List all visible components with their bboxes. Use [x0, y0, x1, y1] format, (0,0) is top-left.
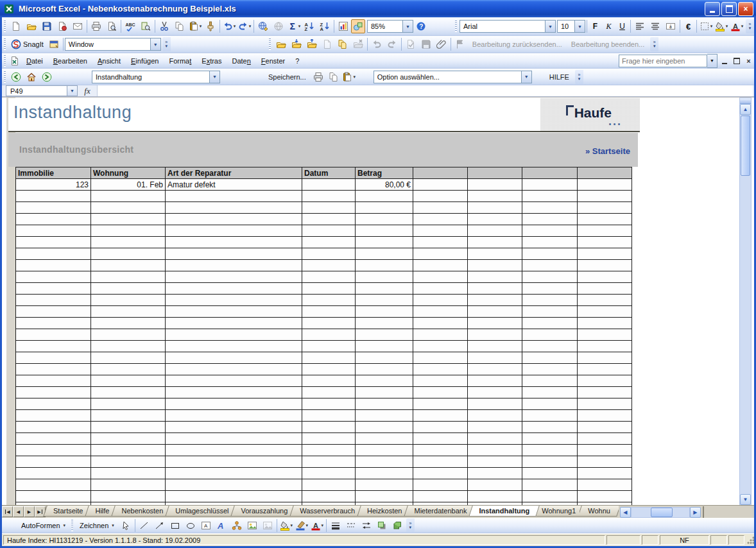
- cell[interactable]: [91, 341, 166, 352]
- cell[interactable]: [91, 329, 166, 341]
- cell[interactable]: [522, 214, 578, 225]
- menu-ansicht[interactable]: Ansicht: [92, 55, 126, 67]
- toolbar-options-icon[interactable]: »▾: [746, 19, 754, 33]
- cell[interactable]: [578, 271, 632, 283]
- cell[interactable]: [91, 225, 166, 237]
- sheet-tab-instandhaltung[interactable]: Instandhaltung: [470, 506, 538, 517]
- folder-export-icon[interactable]: [304, 37, 320, 51]
- cell[interactable]: [578, 433, 632, 445]
- cell[interactable]: [356, 202, 413, 214]
- toolbar-options-icon[interactable]: »▾: [650, 37, 658, 51]
- cell[interactable]: [16, 295, 91, 306]
- cell[interactable]: [91, 445, 166, 456]
- select-arrow-icon[interactable]: [118, 518, 133, 533]
- cell[interactable]: [468, 387, 522, 398]
- cell[interactable]: [578, 329, 632, 341]
- font-name-combobox[interactable]: Arial▼: [460, 20, 556, 33]
- cell[interactable]: [468, 237, 522, 248]
- menu-fenster[interactable]: Fenster: [256, 55, 290, 67]
- cell[interactable]: [16, 479, 91, 491]
- cell[interactable]: [16, 260, 91, 271]
- cell[interactable]: [522, 306, 578, 318]
- save-icon[interactable]: [39, 19, 55, 33]
- cell[interactable]: [166, 248, 302, 260]
- cell[interactable]: [166, 468, 302, 479]
- bold-button[interactable]: F: [588, 20, 602, 33]
- cell[interactable]: [16, 375, 91, 387]
- cell[interactable]: [302, 179, 356, 191]
- toolbar-grip[interactable]: [4, 55, 6, 67]
- cell[interactable]: [356, 445, 413, 456]
- cell[interactable]: [468, 214, 522, 225]
- cell[interactable]: [166, 445, 302, 456]
- cell[interactable]: [356, 410, 413, 422]
- cell[interactable]: [302, 410, 356, 422]
- cell[interactable]: [91, 375, 166, 387]
- cell[interactable]: [302, 491, 356, 502]
- cell[interactable]: [413, 375, 468, 387]
- cell[interactable]: [522, 375, 578, 387]
- cell[interactable]: [468, 295, 522, 306]
- cell[interactable]: [91, 491, 166, 502]
- font-size-combobox[interactable]: 10▼: [557, 20, 585, 33]
- open-folder-icon[interactable]: [24, 19, 39, 33]
- sheet-tab-wohnung1[interactable]: Wohnung1: [533, 506, 584, 517]
- cell[interactable]: [16, 248, 91, 260]
- cell[interactable]: [522, 387, 578, 398]
- cell[interactable]: [91, 202, 166, 214]
- cell[interactable]: [166, 225, 302, 237]
- cell[interactable]: [302, 422, 356, 433]
- excel-app-icon[interactable]: [3, 2, 15, 16]
- scroll-down-icon[interactable]: ▼: [740, 494, 751, 505]
- cell[interactable]: [578, 364, 632, 375]
- cell[interactable]: [302, 295, 356, 306]
- copy-icon[interactable]: [172, 19, 187, 33]
- cell[interactable]: [16, 191, 91, 202]
- back-icon[interactable]: [8, 70, 24, 84]
- cell[interactable]: [356, 375, 413, 387]
- cell[interactable]: [302, 375, 356, 387]
- cell[interactable]: [578, 179, 632, 191]
- cell[interactable]: [16, 364, 91, 375]
- hilfe-button[interactable]: HILFE: [545, 72, 574, 82]
- align-center-icon[interactable]: [648, 19, 663, 33]
- cell[interactable]: [522, 491, 578, 502]
- cell[interactable]: [356, 225, 413, 237]
- chevron-down-icon[interactable]: ▼: [521, 71, 531, 83]
- arrow-style-icon[interactable]: [359, 518, 374, 533]
- cell[interactable]: [413, 283, 468, 295]
- cut-icon[interactable]: [157, 19, 172, 33]
- cell[interactable]: [522, 468, 578, 479]
- cell[interactable]: [522, 248, 578, 260]
- cell[interactable]: [522, 479, 578, 491]
- cell[interactable]: [522, 260, 578, 271]
- first-sheet-button[interactable]: ◀: [2, 506, 13, 517]
- cell[interactable]: [578, 295, 632, 306]
- cell[interactable]: [302, 398, 356, 410]
- copy-icon[interactable]: [326, 70, 341, 84]
- menu-daten[interactable]: Daten: [227, 55, 255, 67]
- cell[interactable]: [522, 318, 578, 329]
- cell[interactable]: [578, 341, 632, 352]
- sort-descending-icon[interactable]: ZA: [317, 19, 332, 33]
- cell[interactable]: [91, 422, 166, 433]
- cell[interactable]: [578, 456, 632, 468]
- cell[interactable]: [302, 237, 356, 248]
- cell[interactable]: [302, 271, 356, 283]
- cell[interactable]: [91, 352, 166, 364]
- textbox-shape-icon[interactable]: A: [198, 518, 214, 533]
- cell[interactable]: [356, 260, 413, 271]
- cell[interactable]: [16, 283, 91, 295]
- cell[interactable]: [578, 318, 632, 329]
- chevron-down-icon[interactable]: ▼: [209, 71, 219, 83]
- cell[interactable]: [413, 341, 468, 352]
- toolbar-options-icon[interactable]: »▾: [406, 518, 415, 533]
- cell[interactable]: [522, 202, 578, 214]
- cell[interactable]: [302, 283, 356, 295]
- help-icon[interactable]: ?: [413, 19, 429, 33]
- cell[interactable]: [91, 191, 166, 202]
- cell[interactable]: [91, 260, 166, 271]
- home-icon[interactable]: [24, 70, 39, 84]
- permission-icon[interactable]: [55, 19, 70, 33]
- cell[interactable]: [522, 410, 578, 422]
